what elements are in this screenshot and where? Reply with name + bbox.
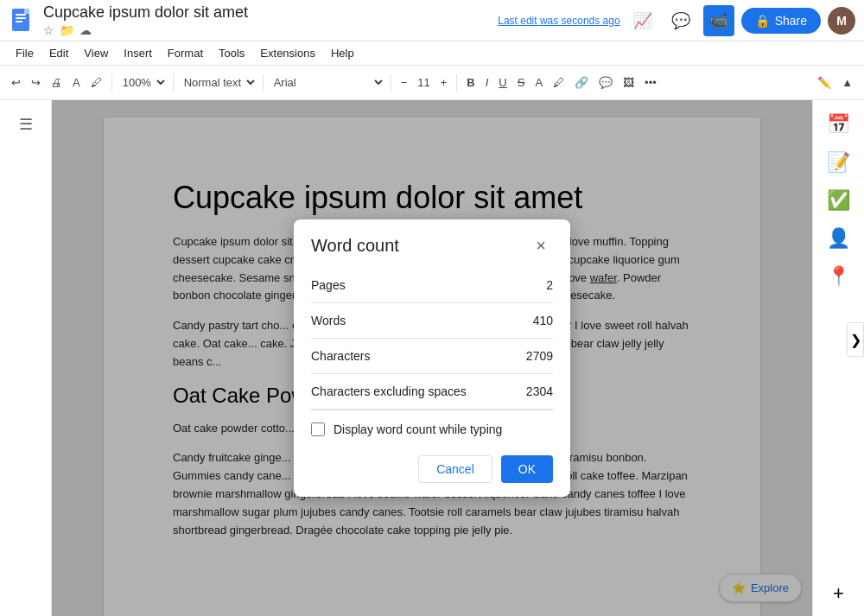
main-area: ☰ Cupcake ipsum dolor sit amet Cupcake i… — [0, 100, 864, 616]
italic-button[interactable]: I — [481, 73, 493, 92]
modal-overlay[interactable]: Word count × Pages 2 Words 410 Character… — [52, 100, 812, 616]
meet-icon-btn[interactable]: 📹 — [703, 5, 734, 36]
title-icons: ☆ 📁 ☁ — [43, 23, 498, 37]
menu-format[interactable]: Format — [161, 45, 210, 61]
sep3 — [263, 74, 264, 92]
outline-icon[interactable]: ☰ — [10, 109, 41, 140]
strikethrough-button[interactable]: S — [513, 73, 530, 92]
modal-footer: Cancel OK — [294, 445, 570, 497]
avatar[interactable]: M — [828, 7, 855, 35]
menu-view[interactable]: View — [77, 45, 115, 61]
undo-button[interactable]: ↩ — [7, 73, 25, 92]
pages-label: Pages — [311, 278, 346, 292]
sep2 — [173, 74, 174, 92]
word-count-modal: Word count × Pages 2 Words 410 Character… — [294, 219, 570, 497]
font-size-increase[interactable]: + — [436, 73, 452, 92]
menu-file[interactable]: File — [9, 45, 41, 61]
last-edit-link[interactable]: Last edit was seconds ago — [498, 15, 619, 27]
pencil-button[interactable]: ✏️ — [813, 73, 835, 92]
checkbox-label[interactable]: Display word count while typing — [334, 422, 502, 436]
contacts-icon[interactable]: 👤 — [823, 223, 854, 254]
chars-no-space-row: Characters excluding spaces 2304 — [311, 374, 553, 410]
chars-no-space-label: Characters excluding spaces — [311, 384, 467, 398]
checkbox-row: Display word count while typing — [311, 410, 553, 445]
left-panel: ☰ — [0, 100, 52, 616]
sep1 — [111, 74, 112, 92]
words-label: Words — [311, 314, 346, 327]
cloud-icon[interactable]: ☁ — [79, 23, 92, 37]
modal-body: Pages 2 Words 410 Characters 2709 Charac… — [294, 268, 570, 445]
chars-no-space-value: 2304 — [526, 384, 553, 398]
doc-icon — [9, 7, 36, 35]
calendar-icon[interactable]: 📅 — [823, 109, 854, 140]
menu-insert[interactable]: Insert — [117, 45, 159, 61]
link-button[interactable]: 🔗 — [570, 73, 593, 92]
image-button[interactable]: 🖼 — [619, 73, 638, 92]
svg-rect-3 — [16, 21, 22, 22]
folder-icon[interactable]: 📁 — [60, 23, 74, 37]
share-button[interactable]: 🔒 Share — [741, 8, 821, 34]
zoom-select[interactable]: 100% 75% 125% 150% — [118, 73, 168, 92]
right-panel: 📅 📝 ✅ 👤 📍 + ❯ — [812, 100, 864, 616]
modal-close-button[interactable]: × — [529, 233, 553, 257]
chars-value: 2709 — [526, 349, 553, 363]
top-right: Last edit was seconds ago 📈 💬 📹 🔒 Share … — [498, 5, 855, 36]
collapse-toolbar-button[interactable]: ▲ — [837, 73, 857, 92]
words-row: Words 410 — [311, 303, 553, 339]
maps-icon[interactable]: 📍 — [823, 261, 854, 292]
menu-extensions[interactable]: Extensions — [253, 45, 322, 61]
font-size-display[interactable]: 11 — [413, 73, 434, 92]
comment-button[interactable]: 💬 — [594, 73, 617, 92]
right-expand-button[interactable]: ❯ — [847, 322, 864, 357]
add-icon[interactable]: + — [823, 578, 854, 609]
word-count-checkbox[interactable] — [311, 422, 325, 436]
top-bar: Cupcake ipsum dolor sit amet ☆ 📁 ☁ Last … — [0, 0, 864, 41]
title-area: Cupcake ipsum dolor sit amet ☆ 📁 ☁ — [43, 3, 498, 38]
chars-label: Characters — [311, 349, 370, 363]
menu-tools[interactable]: Tools — [212, 45, 251, 61]
menu-help[interactable]: Help — [324, 45, 361, 61]
sep4 — [391, 74, 391, 92]
redo-button[interactable]: ↪ — [27, 73, 45, 92]
ok-button[interactable]: OK — [501, 455, 553, 483]
cancel-button[interactable]: Cancel — [418, 455, 492, 483]
font-size-decrease[interactable]: − — [397, 73, 412, 92]
font-select[interactable]: Arial Times New Roman Courier New — [269, 73, 385, 92]
modal-header: Word count × — [294, 219, 570, 268]
style-select[interactable]: Normal text Heading 1 Heading 2 Title — [179, 73, 257, 92]
doc-area[interactable]: Cupcake ipsum dolor sit amet Cupcake ips… — [52, 100, 812, 616]
doc-title[interactable]: Cupcake ipsum dolor sit amet — [43, 3, 498, 22]
menu-edit[interactable]: Edit — [42, 45, 75, 61]
bold-button[interactable]: B — [462, 73, 479, 92]
svg-rect-1 — [16, 14, 26, 16]
pages-row: Pages 2 — [311, 268, 553, 303]
svg-rect-4 — [24, 9, 29, 14]
print-button[interactable]: 🖨 — [47, 73, 67, 92]
toolbar: ↩ ↪ 🖨 A 🖊 100% 75% 125% 150% Normal text… — [0, 66, 864, 100]
more-toolbar[interactable]: ••• — [640, 73, 661, 92]
trending-icon-btn[interactable]: 📈 — [627, 5, 658, 36]
comment-icon-btn[interactable]: 💬 — [665, 5, 696, 36]
paint-format-button[interactable]: 🖊 — [86, 73, 106, 92]
star-icon[interactable]: ☆ — [43, 23, 54, 37]
menu-bar: File Edit View Insert Format Tools Exten… — [0, 41, 864, 66]
toolbar-right: ✏️ ▲ — [813, 73, 857, 92]
words-value: 410 — [533, 314, 553, 327]
modal-title: Word count — [311, 236, 399, 256]
underline-button[interactable]: U — [494, 73, 511, 92]
chars-row: Characters 2709 — [311, 339, 553, 374]
spellcheck-button[interactable]: A — [68, 73, 85, 92]
sep5 — [456, 74, 457, 92]
tasks-icon[interactable]: ✅ — [823, 185, 854, 216]
svg-rect-2 — [16, 17, 26, 19]
font-color-button[interactable]: A — [530, 73, 547, 92]
notes-icon[interactable]: 📝 — [823, 147, 854, 178]
share-label: Share — [775, 14, 807, 28]
pages-value: 2 — [546, 278, 553, 292]
highlight-button[interactable]: 🖊 — [549, 73, 569, 92]
lock-icon: 🔒 — [755, 14, 770, 28]
